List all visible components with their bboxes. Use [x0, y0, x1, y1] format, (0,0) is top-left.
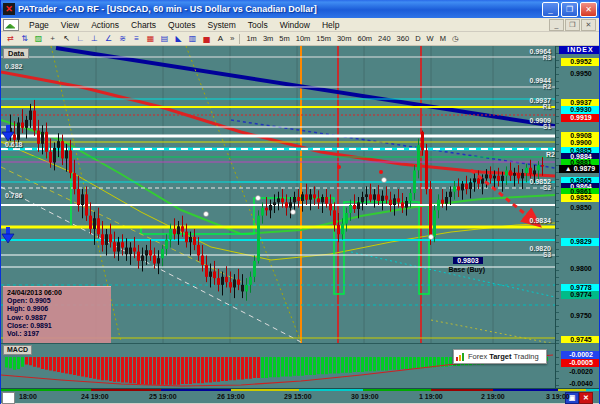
price-axis[interactable]: INDEX 0.99520.99500.99370.99300.99190.99…	[555, 46, 600, 343]
app-logo-icon: ✕	[3, 3, 15, 15]
level-label: 0.9852S2	[507, 179, 551, 191]
price-level-label: 0.9850	[561, 204, 600, 212]
mdi-minimize-button[interactable]: _	[549, 19, 564, 31]
sync-red-icon[interactable]: ⇄	[4, 33, 17, 44]
area-tool-icon[interactable]: ◣	[172, 33, 185, 44]
timeframe-m[interactable]: M	[437, 34, 449, 43]
histogram-red-icon[interactable]: ▅	[200, 33, 213, 44]
level-label: 0.9964R3	[507, 49, 551, 61]
level-label: 0.9909S1	[507, 118, 551, 130]
ohlc-line: Open: 0.9905	[7, 297, 111, 305]
price-level-label: 0.9750	[561, 312, 600, 320]
session-color-segment	[586, 389, 600, 391]
ohlc-info-box: 24/04/2013 06:00Open: 0.9905High: 0.9906…	[3, 286, 111, 343]
fibonacci-tool-icon[interactable]: ≡	[130, 33, 143, 44]
timeframe-3m[interactable]: 3m	[260, 34, 276, 43]
time-label: 25 19:00	[149, 393, 177, 400]
fib-level-label: 0.382	[5, 63, 23, 70]
chart-close-icon[interactable]: ✕	[579, 392, 593, 404]
ohlc-line: 24/04/2013 06:00	[7, 289, 111, 297]
grid-tool-icon[interactable]: ⊥	[88, 33, 101, 44]
mdi-window-buttons: _ ❐ ✕	[549, 19, 599, 31]
menubar: PageViewActionsChartsQuotesSystemToolsWi…	[1, 18, 599, 32]
menu-item-system[interactable]: System	[201, 20, 241, 30]
chart-page-icon[interactable]	[3, 19, 19, 31]
columns-tool-icon[interactable]: ▥	[186, 33, 199, 44]
data-button[interactable]: Data	[3, 48, 29, 59]
session-color-segment	[493, 389, 558, 391]
crosshair-icon[interactable]: +	[46, 33, 59, 44]
session-color-segment	[363, 389, 431, 391]
timeframe-w[interactable]: W	[424, 34, 437, 43]
time-axis[interactable]: ▣ ✕ 18:0024 19:0025 19:0026 19:0029 15:0…	[1, 388, 600, 403]
toolbar-overflow-button[interactable]: »	[230, 34, 234, 43]
timeframe-15m[interactable]: 15m	[313, 34, 334, 43]
price-level-label: 0.9950	[561, 70, 600, 78]
price-level-label: 0.9919	[561, 114, 600, 122]
time-label: 3 19:00	[546, 393, 570, 400]
time-label: 30 19:00	[351, 393, 379, 400]
menu-item-actions[interactable]: Actions	[85, 20, 125, 30]
session-color-segment	[161, 389, 231, 391]
menu-item-charts[interactable]: Charts	[125, 20, 162, 30]
menu-item-quotes[interactable]: Quotes	[162, 20, 201, 30]
restore-button[interactable]: ❐	[561, 2, 578, 17]
new-chart-icon[interactable]: ▨	[32, 33, 45, 44]
timeframe-60m[interactable]: 60m	[355, 34, 376, 43]
time-label: 26 19:00	[217, 393, 245, 400]
timeframe-5m[interactable]: 5m	[276, 34, 292, 43]
timeframe-d[interactable]: D	[412, 34, 423, 43]
session-color-segment	[1, 389, 91, 391]
watermark-word: Forex	[468, 350, 487, 363]
level-label: R2	[511, 152, 555, 158]
level-label: 0.9834	[507, 218, 551, 224]
text-tool-icon[interactable]: A	[214, 33, 227, 44]
level-label: 0.9944R2	[507, 78, 551, 90]
minimize-button[interactable]: _	[542, 2, 559, 17]
close-button[interactable]: ✕	[580, 2, 597, 17]
ohlc-line: Low: 0.9887	[7, 314, 111, 322]
menu-item-page[interactable]: Page	[23, 20, 55, 30]
bars-red-icon[interactable]: ▦	[144, 33, 157, 44]
chart-workspace: Data 0.3820.6180.786 0.9964R30.9944R20.9…	[1, 46, 600, 402]
signal-down-arrow-icon	[1, 226, 15, 244]
timeframe-1m[interactable]: 1m	[243, 34, 259, 43]
clock-icon[interactable]: ◷	[449, 34, 462, 43]
menu-item-tools[interactable]: Tools	[242, 20, 274, 30]
timeframe-240[interactable]: 240	[375, 34, 394, 43]
trendline-tool-icon[interactable]: ∠	[102, 33, 115, 44]
price-level-label: 0.9852	[561, 194, 600, 202]
level-label: 0.9937R1	[507, 98, 551, 110]
session-color-segment	[558, 389, 586, 391]
fib-level-label: 0.786	[5, 192, 23, 199]
level-label: 0.9803	[453, 257, 483, 264]
timeframe-10m[interactable]: 10m	[293, 34, 314, 43]
window-title: PATrader - CAD RF - [USDCAD, 60 min - US…	[18, 4, 542, 14]
time-label: 2 19:00	[481, 393, 505, 400]
pointer-icon[interactable]: ↖	[60, 33, 73, 44]
toolbar-separator	[239, 34, 240, 44]
channel-tool-icon[interactable]: ≋	[116, 33, 129, 44]
time-label: 1 19:00	[419, 393, 443, 400]
session-color-segment	[299, 389, 363, 391]
ohlc-line: Vol.: 3197	[7, 330, 111, 338]
timeframe-30m[interactable]: 30m	[334, 34, 355, 43]
macd-label: MACD	[3, 345, 32, 355]
bars-blue-icon[interactable]: ▤	[158, 33, 171, 44]
price-level-label: 0.9800	[561, 265, 600, 273]
ohlc-line: High: 0.9906	[7, 305, 111, 313]
menu-item-help[interactable]: Help	[316, 20, 345, 30]
menu-item-window[interactable]: Window	[274, 20, 316, 30]
titlebar: ✕ PATrader - CAD RF - [USDCAD, 60 min - …	[1, 0, 599, 18]
toolbar: ⇄⇅▨+↖∟⊥∠≋≡▦▤◣▥▅A»1m3m5m10m15m30m60m24036…	[1, 32, 599, 46]
mdi-close-button[interactable]: ✕	[581, 19, 596, 31]
sync-blue-icon[interactable]: ⇅	[18, 33, 31, 44]
macd-tick-label: -0.0020	[561, 368, 600, 376]
menu-item-view[interactable]: View	[55, 20, 85, 30]
price-axis-header: INDEX	[559, 46, 600, 54]
timeframe-360[interactable]: 360	[394, 34, 413, 43]
session-color-segment	[91, 389, 161, 391]
scale-tool-icon[interactable]: ∟	[74, 33, 87, 44]
mdi-restore-button[interactable]: ❐	[565, 19, 580, 31]
macd-axis[interactable]: -0.0002-0.0005-0.0020-0.0040	[555, 343, 600, 388]
